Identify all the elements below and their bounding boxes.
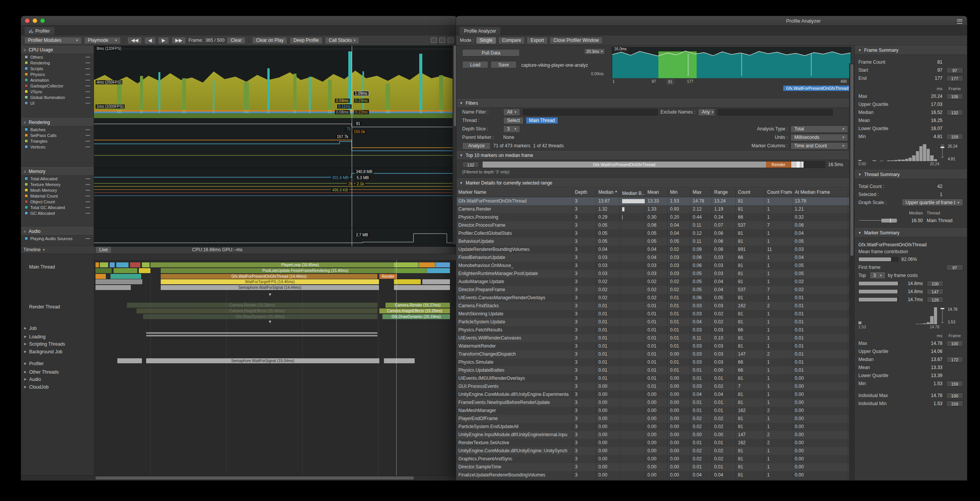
frame-histogram[interactable] bbox=[858, 144, 937, 161]
legend-item[interactable]: Playing Audio Sources bbox=[21, 236, 94, 241]
legend-item[interactable]: VSync bbox=[21, 89, 94, 94]
legend-item[interactable]: Batches bbox=[21, 127, 94, 132]
legend-item[interactable]: Animation bbox=[21, 77, 94, 83]
thread-row-label[interactable]: Main Thread bbox=[24, 264, 55, 270]
scrollbar-thumb[interactable] bbox=[850, 64, 853, 256]
column-header[interactable]: Count Frame bbox=[765, 188, 792, 197]
goto-frame-button[interactable]: 159 bbox=[946, 133, 963, 140]
goto-frame-button[interactable]: 159 bbox=[946, 381, 963, 387]
table-row[interactable]: Director.PrepareFrame 3 0.02 0.02 0.02 0… bbox=[456, 286, 854, 294]
timeline-span[interactable] bbox=[139, 268, 150, 273]
tab-profile-analyzer[interactable]: Profile Analyzer bbox=[459, 26, 501, 35]
thread-row-label[interactable]: ▶Job bbox=[24, 325, 36, 331]
goto-frame-button[interactable]: 97 bbox=[946, 67, 963, 73]
thread-row-label[interactable]: ▶Audio bbox=[24, 376, 41, 382]
timeline-hscrollbar[interactable] bbox=[21, 475, 457, 480]
timeline-span[interactable]: Semaphore.WaitForSignal (15.04ms) bbox=[146, 358, 379, 363]
legend-item[interactable]: Material Count bbox=[21, 193, 94, 199]
selected-range[interactable] bbox=[659, 51, 697, 78]
timeline-span[interactable] bbox=[96, 262, 99, 267]
clear-button[interactable]: Clear bbox=[227, 37, 245, 44]
table-row[interactable]: FixedBehaviourUpdate 3 0.03 0.04 0.03 0.… bbox=[456, 254, 854, 262]
timeline-span[interactable] bbox=[146, 335, 377, 336]
timeline-span[interactable]: Gfx.WaitForPresentOnGfxThread (14.46ms) bbox=[161, 274, 377, 279]
frame-axis-label[interactable]: 177 bbox=[687, 79, 693, 84]
top10-segment[interactable] bbox=[797, 162, 800, 168]
timeline-span[interactable] bbox=[419, 262, 435, 267]
foldout-icon[interactable]: ▶ bbox=[24, 385, 27, 389]
legend-item[interactable]: GarbageCollector bbox=[21, 83, 94, 89]
foldout-icon[interactable]: ▼ bbox=[460, 153, 463, 157]
timeline-span[interactable]: Gfx.DrawDynamic (15.19ms) bbox=[382, 314, 450, 319]
foldout-icon[interactable]: ▶ bbox=[24, 370, 27, 374]
goto-frame-button[interactable]: 105 bbox=[946, 93, 963, 99]
mode-compare-button[interactable]: Compare bbox=[498, 37, 525, 44]
filters-header[interactable]: ▼Filters bbox=[456, 99, 854, 108]
legend-item[interactable]: Others bbox=[21, 54, 94, 60]
layout-icon[interactable] bbox=[431, 38, 437, 43]
legend-item[interactable]: Total GC Allocated bbox=[21, 204, 94, 210]
table-row[interactable]: Monobehaviour.OnMouse_ 3 0.03 0.03 0.03 … bbox=[456, 262, 854, 270]
module-memory[interactable]: ≡Memory Total AllocatedTexture MemoryMes… bbox=[21, 167, 94, 227]
table-row[interactable]: BehaviourUpdate 3 0.05 0.05 0.05 0.11 0.… bbox=[456, 237, 854, 246]
timeline-span[interactable] bbox=[96, 268, 112, 273]
timeline-span[interactable]: Semaphore.WaitForSignal (14.44ms) bbox=[161, 285, 379, 290]
timeline-span[interactable]: Camera.Render (16.27ms) bbox=[385, 303, 450, 308]
foldout-icon[interactable]: ▶ bbox=[24, 377, 27, 381]
pull-data-button[interactable]: Pull Data bbox=[462, 49, 520, 56]
cpu-usage-chart[interactable]: 8ms (120FPS)4ms (250FPS)1ms (1000FPS) 1.… bbox=[94, 46, 457, 119]
profiler-modules-dropdown[interactable]: Profiler Modules▾ bbox=[24, 37, 82, 44]
thread-row-label[interactable]: ▶Other Threads bbox=[24, 369, 59, 375]
playhead-line[interactable] bbox=[352, 46, 352, 118]
thread-select-button[interactable]: Select bbox=[503, 117, 524, 124]
detach-icon[interactable] bbox=[439, 38, 445, 43]
table-row[interactable]: ParticleSystem.EndUpdateAll 3 0.00 0.00 … bbox=[456, 423, 854, 431]
column-header[interactable]: Max bbox=[690, 188, 712, 197]
table-row[interactable]: UIEvents.WillRenderCanvases 3 0.01 0.01 … bbox=[456, 334, 854, 342]
playhead-line[interactable] bbox=[352, 168, 352, 228]
table-row[interactable]: Camera.Render 3 1.32 1.33 0.93 2.12 1.19… bbox=[456, 205, 854, 213]
thread-selection-chip[interactable]: Main Thread bbox=[526, 117, 557, 124]
clear-on-play-toggle[interactable]: Clear on Play bbox=[252, 37, 287, 44]
legend-item[interactable]: Triangles bbox=[21, 138, 94, 144]
marker-details-header[interactable]: ▼Marker Details for currently selected r… bbox=[456, 178, 854, 188]
playhead-line[interactable] bbox=[352, 119, 352, 168]
table-row[interactable]: Director.SampleTime 3 0.00 0.00 0.00 0.0… bbox=[456, 463, 854, 471]
goto-frame-button[interactable]: 159 bbox=[946, 400, 963, 407]
top-n-dropdown[interactable]: 3▾ bbox=[870, 272, 886, 279]
tab-profiler[interactable]: Profiler bbox=[24, 26, 55, 35]
timeline-span[interactable]: Render bbox=[379, 274, 397, 279]
timeline-span[interactable] bbox=[146, 332, 377, 334]
table-row[interactable]: Director.ProcessFrame 3 0.05 0.06 0.04 0… bbox=[456, 221, 854, 229]
goto-frame-button[interactable]: 129 bbox=[927, 297, 944, 303]
thread-summary-header[interactable]: ▼Thread Summary bbox=[855, 170, 967, 179]
timeline-ruler[interactable] bbox=[94, 254, 457, 260]
playhead-line[interactable] bbox=[352, 228, 352, 246]
analysis-type-dropdown[interactable]: Total▾ bbox=[791, 125, 848, 133]
legend-item[interactable]: Rendering bbox=[21, 60, 94, 66]
timeline-playhead[interactable] bbox=[396, 260, 397, 475]
thread-row-label[interactable]: ▶Background Job bbox=[24, 349, 63, 354]
export-button[interactable]: Export bbox=[527, 37, 548, 44]
table-row[interactable]: AudioManager.Update 3 0.02 0.02 0.02 0.0… bbox=[456, 278, 854, 286]
close-button[interactable] bbox=[25, 18, 30, 23]
minimize-button[interactable] bbox=[33, 18, 37, 23]
table-row[interactable]: MeshSkinning.Update 3 0.01 0.01 0.01 0.0… bbox=[456, 310, 854, 318]
foldout-icon[interactable]: ▶ bbox=[24, 342, 27, 346]
table-row[interactable]: UIEvents.IMGUIRenderOverlays 3 0.01 0.01… bbox=[456, 374, 854, 382]
timeline-span[interactable]: Camera.ImageEffects (15.26ms) bbox=[379, 308, 450, 313]
next-frame-button[interactable]: ▶ bbox=[158, 37, 169, 44]
scrollbar-thumb[interactable] bbox=[454, 46, 456, 126]
foldout-icon[interactable]: ▼ bbox=[460, 101, 463, 105]
column-header[interactable]: Count bbox=[736, 188, 765, 197]
thread-row-label[interactable]: ▶Scripting Threads bbox=[24, 341, 65, 347]
timeline-span[interactable] bbox=[110, 274, 141, 279]
timeline-span[interactable]: ▼ bbox=[267, 319, 273, 324]
charts-scrollbar[interactable] bbox=[453, 45, 457, 244]
module-rendering[interactable]: ≡Rendering BatchesSetPass CallsTriangles… bbox=[21, 118, 94, 167]
table-row[interactable]: PlayerEndOfFrame 3 0.00 0.00 0.00 0.02 0… bbox=[456, 415, 854, 423]
timeline-span[interactable] bbox=[110, 262, 115, 267]
analyzer-titlebar[interactable]: Profile Analyzer bbox=[456, 16, 967, 26]
table-row[interactable]: WatermarkRender 3 0.01 0.01 0.01 0.03 0.… bbox=[456, 342, 854, 350]
table-row[interactable]: Physics.Simulate 3 0.01 0.01 0.01 0.03 0… bbox=[456, 358, 854, 366]
